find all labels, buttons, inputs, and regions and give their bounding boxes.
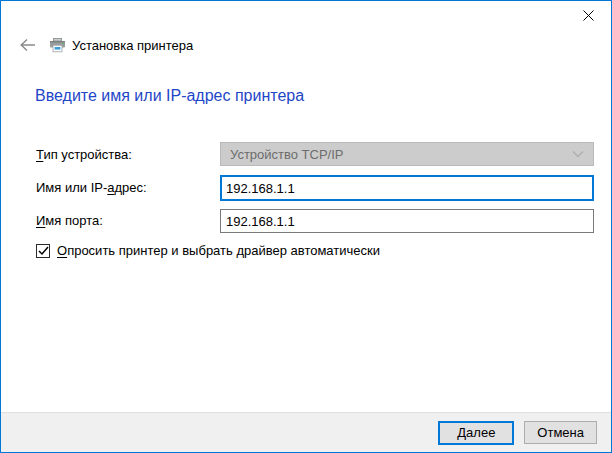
footer-bar: Далее Отмена [1, 412, 611, 452]
cancel-button[interactable]: Отмена [524, 421, 597, 444]
printer-setup-window: Установка принтера Введите имя или IP-ад… [0, 0, 612, 453]
arrow-left-icon [20, 38, 36, 52]
wizard-header: Установка принтера [17, 34, 193, 56]
autodetect-row[interactable]: Опросить принтер и выбрать драйвер автом… [36, 243, 380, 258]
port-name-label: Имя порта: [36, 213, 103, 228]
autodetect-label: Опросить принтер и выбрать драйвер автом… [57, 243, 380, 258]
back-button[interactable] [17, 34, 39, 56]
device-type-value: Устройство TCP/IP [230, 147, 344, 162]
close-button[interactable] [566, 1, 611, 30]
wizard-title: Установка принтера [72, 38, 193, 53]
chevron-down-icon [572, 150, 584, 158]
autodetect-checkbox[interactable] [36, 244, 50, 258]
close-icon [583, 10, 594, 21]
hostname-input[interactable] [220, 175, 594, 201]
next-button[interactable]: Далее [438, 421, 514, 445]
title-bar [1, 1, 611, 31]
device-type-select: Устройство TCP/IP [220, 142, 594, 166]
port-name-input[interactable] [220, 209, 594, 233]
check-icon [38, 246, 49, 256]
printer-icon [49, 37, 66, 53]
page-title: Введите имя или IP-адрес принтера [35, 87, 304, 105]
device-type-label: Тип устройства: [36, 147, 132, 162]
hostname-label: Имя или IP-адрес: [36, 180, 147, 195]
